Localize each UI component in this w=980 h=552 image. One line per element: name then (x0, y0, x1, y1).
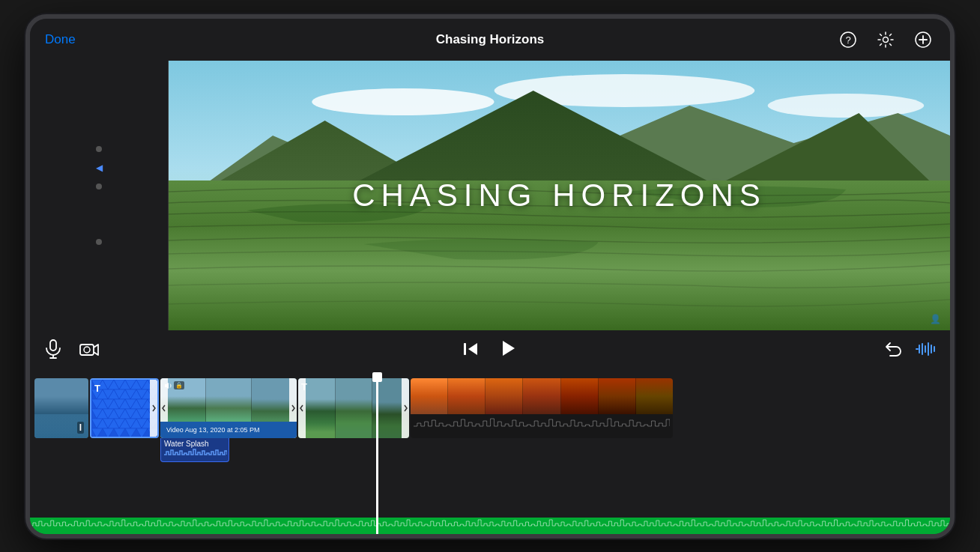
top-bar-right: ? (836, 28, 935, 52)
cloud-3 (797, 82, 872, 98)
project-title: Chasing Horizons (436, 32, 545, 47)
clip-water-splash[interactable]: T (90, 378, 159, 438)
settings-button[interactable] (874, 28, 898, 52)
audio-waveform-button[interactable] (916, 341, 935, 362)
clip-1-trim-icon: I (77, 422, 84, 434)
playhead (376, 372, 378, 534)
clip-4-trim-right[interactable] (402, 378, 409, 438)
clip-5[interactable] (411, 378, 673, 438)
help-button[interactable]: ? (836, 28, 860, 52)
video-preview: CHASING HORIZONS 👤 (169, 61, 950, 330)
side-indicator-1 (96, 146, 102, 152)
person-icon: 👤 (930, 314, 941, 324)
side-button-volume-down (25, 240, 27, 285)
side-indicator-2 (96, 184, 102, 189)
undo-button[interactable] (884, 341, 902, 362)
video-title-overlay: CHASING HORIZONS (352, 178, 766, 213)
preview-area: ◀ (30, 61, 950, 330)
water-splash-label: Water Splash (160, 438, 229, 462)
top-bar: Done Chasing Horizons ? (30, 19, 950, 61)
side-arrow-indicator: ◀ (96, 163, 103, 173)
clip-4[interactable]: T (298, 378, 409, 438)
svg-rect-16 (80, 345, 94, 355)
skip-to-start-button[interactable] (462, 341, 479, 362)
svg-rect-13 (50, 340, 56, 351)
water-splash-container: Water Splash (160, 438, 229, 462)
side-button-volume-up (25, 184, 27, 228)
preview-left-panel: ◀ (30, 61, 169, 330)
svg-rect-18 (464, 343, 466, 355)
side-indicator-3 (96, 239, 102, 245)
water-splash-label-text: Water Splash (164, 440, 226, 448)
water-splash-waveform-svg (164, 448, 227, 461)
sky-layer (169, 61, 950, 155)
clip-2-trim-right[interactable] (150, 380, 157, 437)
controls-center (462, 338, 518, 364)
add-button[interactable] (911, 28, 935, 52)
svg-point-2 (883, 37, 889, 42)
green-waveform-svg (30, 518, 950, 534)
done-button[interactable]: Done (45, 32, 76, 47)
clip-2-title-icon: T (94, 383, 100, 394)
camera-button[interactable] (79, 341, 99, 362)
cloud-1 (364, 76, 454, 97)
controls-left (45, 339, 99, 363)
clip-4-trim-left[interactable] (298, 378, 306, 438)
top-bar-left: Done (45, 32, 76, 47)
clip-3-label: Video Aug 13, 2020 at 2:05 PM (160, 422, 297, 438)
side-button-top (25, 139, 27, 169)
tablet-frame: Done Chasing Horizons ? (25, 14, 955, 539)
svg-point-17 (84, 347, 90, 353)
timeline-area[interactable]: I (30, 372, 950, 534)
microphone-button[interactable] (45, 339, 61, 363)
clip-1[interactable]: I (34, 378, 88, 438)
clip-3-label-text: Video Aug 13, 2020 at 2:05 PM (166, 426, 259, 434)
controls-right (884, 341, 935, 362)
cloud-2 (560, 68, 695, 92)
clip-3[interactable]: 🔒 Video Aug 13, 2020 at 2:05 PM (160, 378, 297, 438)
play-button[interactable] (497, 338, 518, 364)
clip-5-waveform (411, 414, 673, 438)
green-audio-track (30, 518, 950, 534)
controls-bar (30, 330, 950, 372)
svg-text:?: ? (845, 34, 850, 46)
